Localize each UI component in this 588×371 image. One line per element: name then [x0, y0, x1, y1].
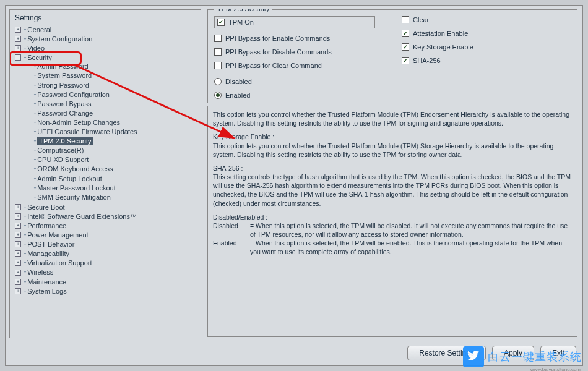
- tree-subitem-label: CPU XD Support: [37, 156, 89, 163]
- radio-icon[interactable]: [214, 92, 222, 99]
- tree-item[interactable]: +··System Logs: [11, 286, 199, 296]
- desc-paragraph: This option lets you control whether the…: [213, 142, 572, 159]
- desc-row-label: Enabled: [213, 239, 250, 256]
- tree-subitem-label: Password Configuration: [37, 91, 110, 98]
- tree-item-label: Manageability: [27, 250, 69, 257]
- checkbox-option[interactable]: Clear: [402, 16, 571, 23]
- tree-expander-icon[interactable]: +: [15, 204, 21, 210]
- tree-subitem-label: UEFI Capsule Firmware Updates: [37, 128, 137, 135]
- checkbox-icon[interactable]: [402, 16, 409, 23]
- checkbox-label: SHA-256: [413, 57, 441, 64]
- tree-subitem[interactable]: ···Non-Admin Setup Changes: [28, 117, 199, 127]
- tree-item[interactable]: +··Maintenance: [11, 277, 199, 286]
- tree-item-label: Wireless: [27, 269, 53, 276]
- checkbox-option[interactable]: PPI Bypass for Enable Commands: [214, 35, 383, 42]
- checkbox-option[interactable]: Key Storage Enable: [402, 43, 571, 51]
- tree-item-label: Secure Boot: [27, 203, 65, 211]
- tree-expander-icon[interactable]: +: [15, 241, 21, 247]
- tree-subitem[interactable]: ···Admin Setup Lockout: [28, 174, 199, 183]
- radio-option[interactable]: Enabled: [214, 92, 571, 99]
- tree-expander-icon[interactable]: +: [15, 279, 21, 285]
- radio-option[interactable]: Disabled: [214, 78, 571, 85]
- checkbox-icon[interactable]: [402, 30, 409, 37]
- tree-expander-icon[interactable]: +: [15, 288, 21, 294]
- tree-item[interactable]: +··Virtualization Support: [11, 258, 199, 267]
- checkbox-option[interactable]: TPM On: [214, 16, 375, 28]
- tree-subitem-label: OROM Keyboard Access: [37, 166, 113, 173]
- settings-tree[interactable]: +··General+··System Configuration+··Vide…: [11, 25, 199, 296]
- tree-item[interactable]: +··POST Behavior: [11, 239, 199, 249]
- tree-expander-icon[interactable]: -: [15, 54, 21, 61]
- tree-item-label: Performance: [27, 222, 66, 229]
- tree-item-label: Maintenance: [27, 278, 66, 286]
- tree-item-label: Security: [27, 54, 52, 61]
- tree-item[interactable]: +··System Configuration: [11, 34, 199, 43]
- watermark: 白云一键重装系统: [463, 346, 582, 367]
- radio-label: Disabled: [225, 78, 252, 85]
- tree-subitem[interactable]: ···Strong Password: [28, 80, 199, 90]
- checkbox-icon[interactable]: [402, 57, 409, 64]
- main-area: Settings +··General+··System Configurati…: [6, 6, 582, 342]
- checkbox-option[interactable]: PPI Bypass for Clear Command: [214, 62, 383, 69]
- desc-row-text: = When this option is selected, the TPM …: [250, 239, 572, 256]
- tree-item-label: Power Management: [27, 231, 88, 239]
- checkbox-option[interactable]: Attestation Enable: [402, 30, 571, 37]
- tree-subitem-label: Admin Setup Lockout: [37, 175, 102, 182]
- checkbox-icon[interactable]: [402, 43, 409, 51]
- checkbox-icon[interactable]: [217, 19, 225, 26]
- tree-subitem[interactable]: ···Master Password Lockout: [28, 183, 199, 192]
- tree-subitem-label: Password Change: [37, 109, 93, 117]
- tree-subitem[interactable]: ···Password Change: [28, 108, 199, 117]
- tree-expander-icon[interactable]: +: [15, 260, 21, 266]
- desc-paragraph: This option lets you control whether the…: [213, 110, 572, 127]
- tree-expander-icon[interactable]: +: [15, 27, 21, 33]
- tree-expander-icon[interactable]: +: [15, 232, 21, 238]
- tree-item[interactable]: +··Intel® Software Guard Extensions™: [11, 211, 199, 221]
- tree-subitem-label: Master Password Lockout: [37, 184, 116, 192]
- tree-item-label: Virtualization Support: [27, 259, 92, 267]
- tree-subitem[interactable]: ···Password Bypass: [28, 99, 199, 108]
- desc-heading: Key Storage Enable :: [213, 132, 572, 141]
- tree-subitem[interactable]: ···Admin Password: [28, 61, 199, 70]
- checkbox-icon[interactable]: [214, 35, 222, 42]
- tree-subitem[interactable]: ···Password Configuration: [28, 90, 199, 99]
- tree-subitem-label: System Password: [37, 72, 92, 80]
- checkbox-icon[interactable]: [214, 48, 222, 56]
- tree-expander-icon[interactable]: +: [15, 223, 21, 229]
- tree-subitem-label: Computrace(R): [37, 147, 84, 154]
- checkbox-option[interactable]: SHA-256: [402, 57, 571, 64]
- tree-item-label: System Logs: [27, 288, 67, 295]
- tree-subitem[interactable]: ···TPM 2.0 Security: [28, 136, 199, 145]
- tree-subitem-label: TPM 2.0 Security: [37, 137, 93, 145]
- watermark-badge-icon: [463, 346, 484, 367]
- tree-subitem[interactable]: ···CPU XD Support: [28, 155, 199, 164]
- checks-left-col: TPM OnPPI Bypass for Enable CommandsPPI …: [214, 16, 383, 69]
- tree-subitem[interactable]: ···UEFI Capsule Firmware Updates: [28, 127, 199, 136]
- tree-subitem[interactable]: ···OROM Keyboard Access: [28, 164, 199, 173]
- radio-icon[interactable]: [214, 78, 222, 85]
- tree-item[interactable]: +··Manageability: [11, 249, 199, 258]
- tree-expander-icon[interactable]: +: [15, 36, 21, 42]
- checkbox-option[interactable]: PPI Bypass for Disable Commands: [214, 48, 383, 56]
- tree-subitem-label: Password Bypass: [37, 100, 91, 108]
- tree-expander-icon[interactable]: +: [15, 270, 21, 276]
- tree-item[interactable]: -··Security···Admin Password···System Pa…: [11, 53, 199, 202]
- tree-subitem[interactable]: ···System Password: [28, 70, 199, 80]
- tree-expander-icon[interactable]: +: [15, 250, 21, 257]
- checks-right-col: ClearAttestation EnableKey Storage Enabl…: [402, 16, 571, 69]
- tree-item[interactable]: +··Secure Boot: [11, 202, 199, 211]
- checkbox-label: Clear: [413, 16, 429, 23]
- checkbox-icon[interactable]: [214, 62, 222, 69]
- tree-subitem[interactable]: ···SMM Security Mitigation: [28, 192, 199, 202]
- tree-item[interactable]: +··Power Management: [11, 230, 199, 239]
- tree-expander-icon[interactable]: +: [15, 45, 21, 51]
- tree-item[interactable]: +··Video: [11, 43, 199, 53]
- groupbox-title: TPM 2.0 Security: [214, 9, 272, 12]
- tree-subitem[interactable]: ···Computrace(R): [28, 145, 199, 155]
- tree-item[interactable]: +··General: [11, 25, 199, 34]
- tree-item[interactable]: +··Performance: [11, 221, 199, 230]
- tree-expander-icon[interactable]: +: [15, 213, 21, 220]
- tree-item[interactable]: +··Wireless: [11, 267, 199, 276]
- content-pane: TPM 2.0 Security TPM OnPPI Bypass for En…: [206, 9, 579, 338]
- checkbox-label: PPI Bypass for Disable Commands: [225, 48, 332, 56]
